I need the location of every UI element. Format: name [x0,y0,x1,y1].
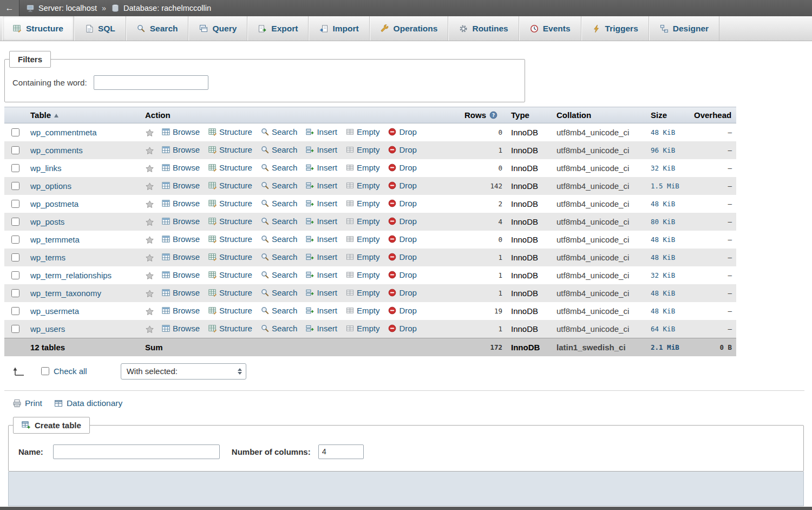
action-empty[interactable]: Empty [346,288,380,297]
action-browse[interactable]: Browse [162,163,200,172]
action-structure[interactable]: Structure [208,324,252,333]
action-search[interactable]: Search [261,163,298,172]
action-search[interactable]: Search [261,181,298,190]
data-dictionary-link[interactable]: Data dictionary [54,398,122,408]
action-empty[interactable]: Empty [346,234,380,244]
tab-triggers[interactable]: Triggers [581,16,649,41]
action-drop[interactable]: Drop [388,252,417,261]
action-drop[interactable]: Drop [388,234,417,244]
action-structure[interactable]: Structure [208,217,252,226]
action-structure[interactable]: Structure [208,181,252,190]
action-insert[interactable]: Insert [306,234,337,244]
action-search[interactable]: Search [261,234,298,244]
action-structure[interactable]: Structure [208,306,252,315]
action-drop[interactable]: Drop [388,181,417,190]
action-empty[interactable]: Empty [346,270,380,279]
tab-operations[interactable]: Operations [370,16,449,41]
action-search[interactable]: Search [261,324,298,333]
action-browse[interactable]: Browse [162,127,200,136]
action-structure[interactable]: Structure [208,127,252,136]
action-structure[interactable]: Structure [208,288,252,297]
action-drop[interactable]: Drop [388,270,417,279]
star-icon[interactable] [145,307,154,316]
action-search[interactable]: Search [261,252,298,261]
row-checkbox[interactable] [11,325,19,333]
tab-sql[interactable]: SQL [74,16,126,41]
action-search[interactable]: Search [261,127,298,136]
action-browse[interactable]: Browse [162,252,200,261]
tab-search[interactable]: Search [126,16,189,41]
action-browse[interactable]: Browse [162,270,200,279]
action-browse[interactable]: Browse [162,288,200,297]
action-drop[interactable]: Drop [388,324,417,333]
header-collation[interactable]: Collation [552,107,646,123]
action-drop[interactable]: Drop [388,288,417,297]
table-name-link[interactable]: wp_usermeta [30,306,79,316]
check-all-checkbox[interactable] [41,367,49,375]
action-browse[interactable]: Browse [162,181,200,190]
star-icon[interactable] [145,182,154,191]
tab-export[interactable]: Export [247,16,309,41]
action-insert[interactable]: Insert [306,324,337,333]
star-icon[interactable] [145,146,154,155]
table-name-link[interactable]: wp_options [30,181,71,191]
action-empty[interactable]: Empty [346,127,380,136]
row-checkbox[interactable] [11,253,19,261]
table-name-input[interactable] [53,444,220,459]
row-checkbox[interactable] [11,307,19,315]
table-name-link[interactable]: wp_posts [30,217,64,226]
print-link[interactable]: Print [12,398,42,408]
database-breadcrumb-link[interactable]: Database: rachelmccollin [123,4,211,12]
action-insert[interactable]: Insert [306,270,337,279]
action-structure[interactable]: Structure [208,199,252,208]
header-rows[interactable]: Rows? [460,107,507,123]
row-checkbox[interactable] [11,128,19,136]
action-structure[interactable]: Structure [208,270,252,279]
tab-query[interactable]: Query [188,16,247,41]
star-icon[interactable] [145,271,154,280]
containing-word-input[interactable] [94,75,208,90]
action-structure[interactable]: Structure [208,252,252,261]
action-drop[interactable]: Drop [388,199,417,208]
action-search[interactable]: Search [261,199,298,208]
action-insert[interactable]: Insert [306,163,337,172]
action-empty[interactable]: Empty [346,163,380,172]
with-selected-dropdown[interactable]: With selected: [121,363,246,380]
tab-designer[interactable]: Designer [649,16,719,41]
action-browse[interactable]: Browse [162,324,200,333]
action-insert[interactable]: Insert [306,288,337,297]
row-checkbox[interactable] [11,271,19,279]
action-empty[interactable]: Empty [346,217,380,226]
server-breadcrumb-link[interactable]: Server: localhost [38,4,97,12]
table-name-link[interactable]: wp_termmeta [30,235,80,244]
row-checkbox[interactable] [11,218,19,226]
header-size[interactable]: Size [646,107,690,123]
action-drop[interactable]: Drop [388,306,417,315]
action-empty[interactable]: Empty [346,306,380,315]
action-structure[interactable]: Structure [208,163,252,172]
action-structure[interactable]: Structure [208,234,252,244]
table-name-link[interactable]: wp_links [30,164,62,173]
table-name-link[interactable]: wp_postmeta [30,199,78,208]
action-insert[interactable]: Insert [306,306,337,315]
action-search[interactable]: Search [261,288,298,297]
table-name-link[interactable]: wp_term_taxonomy [30,289,101,298]
action-empty[interactable]: Empty [346,181,380,190]
star-icon[interactable] [145,236,154,245]
table-name-link[interactable]: wp_terms [30,253,66,262]
table-name-link[interactable]: wp_term_relationships [30,271,112,280]
tab-structure[interactable]: Structure [2,16,74,41]
row-checkbox[interactable] [11,200,19,208]
star-icon[interactable] [145,253,154,263]
tab-routines[interactable]: Routines [448,16,519,41]
action-search[interactable]: Search [261,217,298,226]
tab-events[interactable]: Events [519,16,581,41]
action-drop[interactable]: Drop [388,127,417,136]
row-checkbox[interactable] [11,289,19,297]
help-icon[interactable]: ? [489,111,497,119]
action-browse[interactable]: Browse [162,199,200,208]
star-icon[interactable] [145,128,154,138]
action-search[interactable]: Search [261,145,298,154]
action-search[interactable]: Search [261,306,298,315]
action-drop[interactable]: Drop [388,145,417,154]
